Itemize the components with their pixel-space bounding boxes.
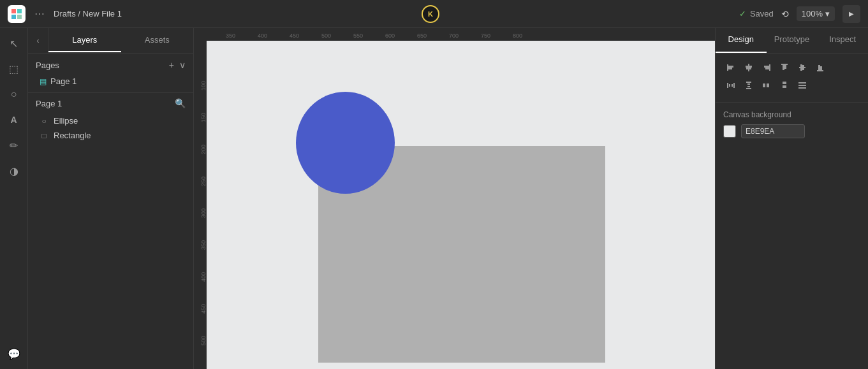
canvas-area[interactable]: 350 400 450 500 550 600 650 700 750 800 …	[194, 28, 715, 369]
align-middle-btn[interactable]	[795, 60, 810, 75]
topbar-left: ⋯ Drafts / New File 1	[8, 5, 122, 23]
page-icon: ▤	[40, 77, 47, 86]
svg-rect-2	[11, 15, 16, 19]
svg-rect-1	[17, 9, 22, 13]
align-row-1	[723, 60, 860, 75]
svg-rect-9	[746, 68, 751, 69]
tool-shape[interactable]: ○	[4, 84, 24, 105]
svg-rect-34	[798, 82, 806, 83]
svg-rect-35	[798, 85, 806, 86]
layer-item-ellipse[interactable]: ○ Ellipse	[36, 113, 186, 128]
svg-rect-17	[800, 64, 802, 71]
layer-item-rectangle[interactable]: □ Rectangle	[36, 128, 186, 143]
breadcrumb-filename[interactable]: New File 1	[83, 9, 122, 18]
present-button[interactable]	[842, 5, 860, 23]
ruler-top: 350 400 450 500 550 600 650 700 750 800	[207, 28, 715, 41]
tab-layers[interactable]: Layers	[48, 29, 121, 52]
ellipse-layer-icon: ○	[40, 117, 48, 126]
tool-pen[interactable]: ✏	[4, 135, 24, 156]
tab-assets[interactable]: Assets	[121, 29, 194, 52]
more-align-btn[interactable]	[795, 78, 810, 93]
page-item[interactable]: ▤ Page 1	[36, 74, 186, 89]
zoom-level: 100%	[802, 9, 823, 18]
ruler-mark: 400	[258, 33, 290, 39]
layers-title: Page 1	[36, 99, 62, 108]
svg-rect-10	[769, 64, 770, 71]
tab-inspect[interactable]: Inspect	[817, 28, 868, 53]
align-top-btn[interactable]	[777, 60, 792, 75]
align-row-2	[723, 78, 860, 93]
icon-bar: ↖ ⬚ ○ A ✏ ◑ 💬	[0, 28, 28, 369]
ruler-mark: 550	[353, 33, 385, 39]
saved-check-icon: ✓	[739, 9, 746, 18]
ruler-mark: 500	[321, 33, 353, 39]
canvas-color-swatch[interactable]	[723, 125, 736, 138]
expand-pages-button[interactable]: ∨	[179, 60, 186, 70]
ruler-mark-500: 500	[194, 324, 207, 356]
ruler-mark-100: 100	[194, 69, 207, 101]
distribute-v-btn[interactable]	[741, 78, 756, 93]
tab-design[interactable]: Design	[716, 28, 767, 53]
canvas-color-row	[723, 124, 860, 138]
ruler-mark-200: 200	[194, 133, 207, 165]
pages-actions: + ∨	[169, 60, 186, 70]
shape-ellipse[interactable]	[296, 92, 395, 194]
svg-rect-27	[746, 88, 751, 89]
svg-rect-8	[746, 66, 752, 68]
svg-rect-24	[729, 84, 730, 87]
align-bottom-btn[interactable]	[813, 60, 828, 75]
ruler-left: 100 150 200 250 300 350 400 450 500	[194, 28, 207, 369]
tool-frame[interactable]: ⬚	[4, 59, 24, 79]
tool-comment[interactable]: 💬	[4, 344, 24, 364]
panel-tabs: ‹ Layers Assets	[28, 28, 193, 54]
svg-rect-31	[767, 83, 769, 87]
zoom-control[interactable]: 100% ▾	[797, 6, 835, 21]
layers-section: Page 1 🔍 ○ Ellipse □ Rectangle	[28, 93, 193, 148]
distribute-h-btn[interactable]	[723, 78, 739, 93]
history-icon[interactable]: ⟲	[781, 9, 789, 19]
canvas-bg-section: Canvas background	[716, 103, 868, 146]
svg-rect-5	[728, 66, 733, 68]
align-center-h-btn[interactable]	[741, 60, 756, 75]
collapse-button[interactable]: ‹	[28, 28, 48, 54]
canvas-bg-label: Canvas background	[723, 110, 860, 119]
saved-indicator: ✓ Saved	[739, 9, 774, 18]
ruler-mark: 800	[513, 33, 545, 39]
topbar-right: ✓ Saved ⟲ 100% ▾	[739, 5, 860, 23]
user-avatar: K	[422, 5, 439, 23]
tool-mask[interactable]: ◑	[4, 161, 24, 181]
svg-rect-36	[798, 87, 806, 89]
tidy-v-btn[interactable]	[777, 78, 792, 93]
svg-rect-3	[17, 15, 22, 19]
ruler-mark-150: 150	[194, 101, 207, 133]
svg-rect-14	[783, 65, 784, 70]
svg-rect-19	[817, 70, 823, 71]
tidy-h-btn[interactable]	[759, 78, 774, 93]
svg-rect-15	[784, 65, 786, 69]
svg-rect-33	[783, 85, 786, 88]
layers-header: Page 1 🔍	[36, 98, 186, 108]
svg-rect-25	[732, 84, 733, 87]
svg-rect-32	[783, 82, 786, 84]
rectangle-layer-icon: □	[40, 131, 48, 140]
add-page-button[interactable]: +	[169, 60, 174, 70]
canvas-color-input[interactable]	[741, 124, 805, 138]
align-right-btn[interactable]	[759, 60, 774, 75]
app-logo[interactable]	[8, 5, 26, 23]
ruler-corner	[194, 28, 207, 41]
ruler-mark-250: 250	[194, 165, 207, 197]
menu-button[interactable]: ⋯	[32, 5, 47, 22]
topbar: ⋯ Drafts / New File 1 K ✓ Saved ⟲ 100% ▾	[0, 0, 868, 28]
tab-prototype[interactable]: Prototype	[767, 28, 818, 53]
pages-title: Pages	[36, 61, 59, 70]
svg-rect-13	[781, 64, 788, 65]
svg-rect-22	[727, 83, 728, 88]
right-panel-tabs: Design Prototype Inspect	[716, 28, 868, 54]
svg-rect-6	[728, 68, 732, 69]
search-layers-button[interactable]: 🔍	[175, 98, 186, 108]
align-left-btn[interactable]	[723, 60, 739, 75]
tool-cursor[interactable]: ↖	[4, 33, 24, 54]
tool-text[interactable]: A	[4, 110, 24, 130]
breadcrumb-prefix: Drafts /	[54, 9, 83, 18]
topbar-center: K	[422, 5, 439, 23]
